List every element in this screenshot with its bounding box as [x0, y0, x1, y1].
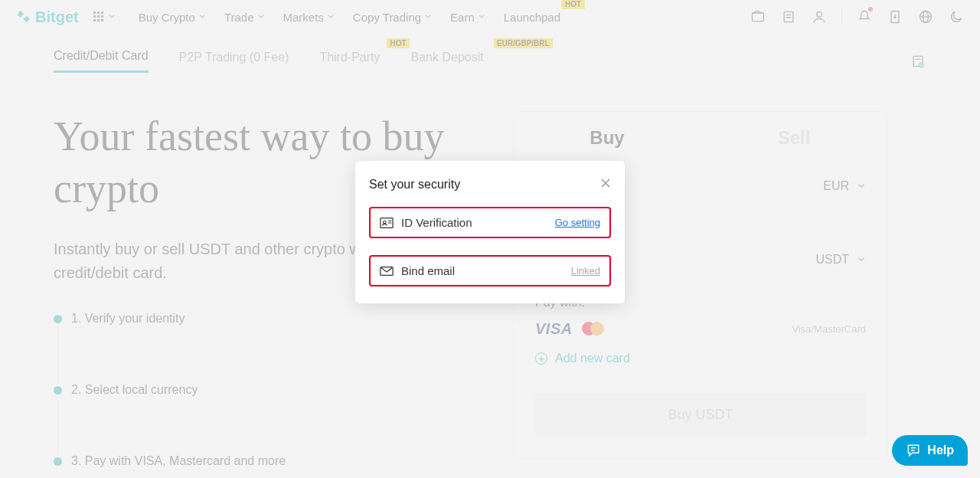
id-verification-label: ID Verification	[380, 216, 472, 229]
linked-status: Linked	[571, 265, 600, 277]
bind-email-row[interactable]: Bind email Linked	[369, 255, 611, 286]
go-setting-link[interactable]: Go setting	[555, 217, 600, 228]
modal-header: Set your security	[369, 178, 611, 192]
bind-email-label: Bind email	[380, 264, 455, 277]
chat-icon	[906, 443, 921, 458]
id-verification-row[interactable]: ID Verification Go setting	[369, 207, 611, 238]
id-card-icon	[380, 217, 394, 229]
help-button[interactable]: Help	[892, 435, 968, 466]
modal-title: Set your security	[369, 178, 460, 192]
mail-icon	[380, 266, 394, 277]
security-modal: Set your security ID Verification Go set…	[355, 161, 625, 303]
close-icon[interactable]	[600, 178, 611, 192]
modal-overlay[interactable]: Set your security ID Verification Go set…	[0, 0, 980, 478]
svg-point-24	[384, 221, 387, 224]
